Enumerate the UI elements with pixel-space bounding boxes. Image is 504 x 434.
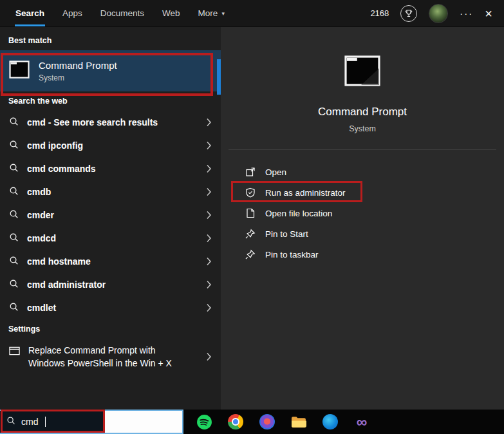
preview-subtitle: System (349, 124, 376, 133)
suggestion-rest: ipconfig (46, 140, 83, 151)
settings-item-replace-cmd[interactable]: Replace Command Prompt with Windows Powe… (0, 339, 221, 370)
taskbar-search-input[interactable]: cmd (0, 411, 104, 433)
suggestion-rest: administrator (46, 279, 106, 290)
action-open-file-location[interactable]: Open file location (245, 203, 504, 223)
rewards-points: 2168 (370, 8, 389, 18)
file-explorer-icon[interactable] (290, 413, 307, 430)
search-icon (9, 256, 19, 268)
suggestion-rest: hostname (46, 256, 91, 267)
blue-app-icon[interactable] (322, 413, 339, 430)
search-suggestion[interactable]: cmd administrator (0, 273, 221, 296)
best-match-header: Best match (0, 31, 221, 50)
taskbar-app-icons: ∞ (196, 413, 370, 430)
chevron-right-icon (206, 257, 212, 266)
suggestion-query: cmd (27, 117, 46, 127)
taskbar-search-box[interactable]: cmd (0, 410, 183, 434)
tab-documents[interactable]: Documents (100, 0, 144, 26)
visual-studio-icon[interactable]: ∞ (353, 413, 370, 430)
action-pin-to-taskbar[interactable]: Pin to taskbar (245, 244, 504, 265)
suggestion-rest: er (46, 210, 54, 220)
search-suggestion[interactable]: cmdb (0, 180, 221, 203)
tab-apps[interactable]: Apps (62, 0, 82, 26)
search-suggestion[interactable]: cmd ipconfig (0, 134, 221, 157)
suggestion-query: cmd (27, 256, 46, 267)
search-header: Search Apps Documents Web More ▾ 2168 (0, 0, 504, 27)
best-match-subtitle: System (39, 73, 117, 82)
chevron-right-icon (206, 303, 212, 312)
suggestion-query: cmd (27, 187, 46, 197)
taskbar-search-empty-area[interactable] (104, 411, 182, 433)
chrome-icon[interactable] (227, 413, 244, 430)
chevron-right-icon (206, 141, 212, 150)
search-suggestion[interactable]: cmdlet (0, 296, 221, 319)
action-label: Pin to taskbar (265, 250, 319, 259)
close-icon[interactable]: × (485, 7, 492, 20)
search-icon (9, 209, 19, 222)
tab-web[interactable]: Web (162, 0, 180, 26)
suggestion-query: cmd (27, 279, 46, 290)
best-match-item[interactable]: Command Prompt System (0, 50, 221, 91)
user-avatar[interactable] (429, 4, 448, 23)
search-suggestion[interactable]: cmdcd (0, 227, 221, 250)
window-icon (9, 346, 20, 358)
taskbar: cmd ∞ (0, 410, 504, 434)
selection-accent-strip (217, 59, 221, 95)
chevron-right-icon (206, 211, 212, 220)
open-icon (245, 167, 256, 178)
header-right: 2168 ··· × (370, 4, 504, 23)
settings-item-label: Replace Command Prompt with Windows Powe… (28, 344, 182, 370)
tab-label: Apps (62, 8, 82, 18)
admin-shield-icon (245, 187, 256, 198)
action-open[interactable]: Open (245, 162, 504, 182)
tab-more[interactable]: More ▾ (198, 0, 225, 26)
chevron-right-icon (206, 280, 212, 289)
context-actions: Open Run as administrator Open file loca… (221, 150, 504, 265)
search-icon (9, 117, 19, 129)
spotify-icon[interactable] (196, 413, 212, 430)
tab-label: Web (162, 8, 180, 18)
file-location-icon (245, 208, 256, 219)
tab-label: Search (15, 8, 44, 18)
action-run-as-administrator[interactable]: Run as administrator (245, 182, 504, 203)
preview-pane: Command Prompt System Open Run as admini… (221, 27, 504, 410)
results-pane: Best match Command Prompt System Search … (0, 27, 221, 410)
command-prompt-icon-large (344, 55, 380, 86)
search-icon (9, 163, 19, 175)
tab-search[interactable]: Search (15, 0, 44, 26)
text-cursor (45, 417, 46, 427)
search-suggestion[interactable]: cmd hostname (0, 250, 221, 273)
colorful-app-icon[interactable] (259, 413, 275, 430)
suggestion-rest: cd (46, 233, 56, 243)
suggestion-query: cmd (27, 140, 46, 151)
suggestion-rest: b (46, 187, 51, 197)
search-suggestion[interactable]: cmd - See more search results (0, 111, 221, 134)
suggestion-query: cmd (27, 303, 46, 313)
suggestion-rest: let (46, 303, 56, 313)
rewards-trophy-icon[interactable] (400, 5, 417, 22)
search-icon (6, 416, 15, 428)
search-suggestion[interactable]: cmd commands (0, 157, 221, 180)
action-label: Run as administrator (265, 188, 346, 198)
search-icon (9, 186, 19, 198)
action-label: Pin to Start (265, 229, 308, 239)
chevron-right-icon (206, 234, 212, 243)
search-icon (9, 232, 19, 245)
search-icon (9, 279, 19, 291)
suggestion-query: cmd (27, 164, 46, 174)
settings-header: Settings (0, 319, 221, 339)
suggestion-query: cmd (27, 233, 46, 243)
tab-label: More (198, 8, 218, 18)
best-match-title: Command Prompt (39, 60, 117, 71)
search-icon (9, 140, 19, 152)
action-pin-to-start[interactable]: Pin to Start (245, 223, 504, 244)
preview-title: Command Prompt (318, 106, 407, 118)
suggestion-rest: commands (46, 164, 96, 174)
tab-label: Documents (100, 8, 144, 18)
search-suggestion[interactable]: cmder (0, 203, 221, 227)
more-options-icon[interactable]: ··· (460, 8, 473, 19)
suggestion-query: cmd (27, 210, 46, 220)
taskbar-search-value: cmd (21, 417, 38, 427)
suggestion-rest: - See more search results (46, 117, 158, 127)
action-label: Open (265, 167, 286, 177)
search-tabs: Search Apps Documents Web More ▾ (0, 0, 225, 26)
